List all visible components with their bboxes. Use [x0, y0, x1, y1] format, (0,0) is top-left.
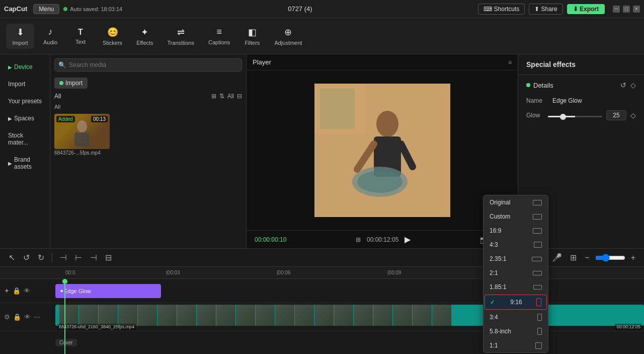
search-input[interactable]: [54, 58, 242, 72]
split-button[interactable]: ⊣: [57, 251, 69, 264]
5-8-inch-aspect-icon: [537, 328, 542, 335]
dropdown-item-1-1[interactable]: 1:1: [484, 338, 548, 352]
tool-filters[interactable]: ◧ Filters: [238, 24, 266, 49]
dropdown-item-3-4[interactable]: 3:4: [484, 310, 548, 324]
thumb-3: [99, 305, 118, 326]
lock-icon[interactable]: 🔒: [13, 287, 21, 295]
tool-adjustment[interactable]: ⊕ Adjustment: [268, 24, 308, 49]
filter-all-label[interactable]: All: [227, 93, 234, 100]
sort-icon[interactable]: ⇅: [219, 93, 224, 100]
player-menu-icon[interactable]: ≡: [508, 59, 512, 66]
lock-video-icon[interactable]: 🔒: [13, 313, 21, 321]
thumb-7: [177, 305, 196, 326]
dropdown-item-5-8-inch[interactable]: 5.8-inch: [484, 324, 548, 338]
cover-label: Cover: [55, 339, 77, 346]
tool-stickers[interactable]: 😊 Stickers: [97, 24, 128, 49]
share-button[interactable]: ⬆ Share: [529, 4, 562, 15]
thumb-8: [197, 305, 216, 326]
tool-audio[interactable]: ♪ Audio: [36, 24, 64, 48]
mic-button[interactable]: 🎤: [549, 251, 565, 264]
export-button[interactable]: ⬇ Export: [567, 4, 605, 14]
glow-value-input[interactable]: [606, 110, 626, 120]
shortcuts-button[interactable]: ⌨ Shortcuts: [478, 4, 525, 15]
filter-icon[interactable]: ⊟: [237, 93, 242, 100]
video-duration-label: 00:00:12:05: [615, 324, 642, 330]
undo-icon[interactable]: ↺: [620, 81, 626, 89]
thumb-6: [157, 305, 177, 326]
filters-icon: ◧: [248, 27, 257, 38]
delete-button[interactable]: ⊟: [103, 251, 114, 264]
tool-text[interactable]: T Text: [66, 25, 95, 48]
dropdown-item-original[interactable]: Original: [484, 195, 548, 209]
chevron-right-icon: ▶: [8, 116, 12, 121]
2-35-1-aspect-icon: [532, 257, 542, 261]
video-clip[interactable]: [55, 305, 644, 326]
sidebar-item-your-presets[interactable]: Your presets: [2, 94, 48, 109]
player-area: Player ≡: [247, 54, 518, 248]
media-thumb[interactable]: Added 00:13: [54, 114, 110, 149]
redo-button[interactable]: ↻: [35, 251, 47, 264]
zoom-in-button[interactable]: +: [628, 252, 638, 264]
minimize-button[interactable]: ─: [613, 6, 620, 13]
main-toolbar: ⬇ Import ♪ Audio T Text 😊 Stickers ✦ Eff…: [0, 18, 644, 54]
dropdown-item-custom[interactable]: Custom: [484, 209, 548, 224]
video-scene-icon: [314, 84, 450, 217]
details-icons: ↺ ◇: [620, 81, 636, 89]
sidebar-item-device[interactable]: ▶ Device: [2, 59, 48, 75]
tool-transitions[interactable]: ⇌ Transitions: [162, 24, 200, 49]
add-track-button[interactable]: ⊞: [568, 251, 579, 264]
dropdown-item-16-9[interactable]: 16:9: [484, 224, 548, 238]
eye-video-icon[interactable]: 👁: [24, 313, 31, 321]
tool-effects[interactable]: ✦ Effects: [130, 24, 159, 49]
grid-view-icon[interactable]: ⊞: [211, 93, 216, 100]
dropdown-item-2-1[interactable]: 2:1: [484, 266, 548, 280]
dropdown-item-9-16[interactable]: ✓ 9:16: [485, 295, 547, 310]
undo-button[interactable]: ↺: [21, 251, 32, 264]
svg-rect-10: [319, 89, 355, 129]
effect-clip[interactable]: ✦ Edge Glow: [55, 284, 161, 298]
zoom-out-button[interactable]: −: [582, 252, 592, 264]
window-controls: ─ □ ×: [613, 6, 640, 13]
effect-track-icon: ✦: [4, 287, 10, 295]
media-bar-left: All: [54, 93, 61, 100]
ruler-mark-0: 00:0: [65, 270, 75, 275]
glow-slider[interactable]: [548, 116, 602, 117]
thumb-14: [314, 305, 334, 326]
player-playback-buttons: ⊞ 00:00:12:05 ▶: [356, 235, 411, 244]
media-filename: 6843726-...5fps.mp4: [54, 150, 110, 156]
trim-left-button[interactable]: ⊢: [72, 251, 85, 264]
media-panel: 🔍 Import All ⊞ ⇅ All ⊟ All: [50, 54, 247, 248]
zoom-slider[interactable]: [595, 254, 625, 262]
sidebar-item-spaces[interactable]: ▶ Spaces: [2, 111, 48, 126]
details-tab: Details ↺ ◇: [526, 81, 636, 89]
import-icon: ⬇: [17, 27, 24, 38]
eye-icon[interactable]: 👁: [24, 287, 30, 295]
sidebar-item-stock[interactable]: Stock mater...: [2, 128, 48, 150]
active-dot: [59, 81, 63, 85]
tool-captions[interactable]: ≡ Captions: [202, 24, 236, 48]
glow-reset-icon[interactable]: ◇: [630, 111, 636, 119]
trim-right-button[interactable]: ⊣: [88, 251, 100, 264]
play-button[interactable]: ▶: [405, 235, 411, 244]
dropdown-item-1-85-1[interactable]: 1.85:1: [484, 280, 548, 294]
dropdown-item-2-35-1[interactable]: 2.35:1: [484, 252, 548, 266]
autosave-dot: [63, 7, 67, 11]
video-content: [314, 84, 450, 217]
1-85-1-aspect-icon: [533, 285, 542, 290]
media-tab-import[interactable]: Import: [54, 78, 88, 89]
close-button[interactable]: ×: [633, 6, 640, 13]
menu-button[interactable]: Menu: [33, 4, 59, 14]
tool-import[interactable]: ⬇ Import: [6, 24, 34, 49]
details-dot: [526, 83, 530, 87]
more-video-icon[interactable]: ⋯: [34, 313, 40, 321]
sidebar-item-brand-assets[interactable]: ▶ Brand assets: [2, 152, 48, 174]
effect-clip-icon: ✦: [59, 288, 64, 295]
grid-view-toggle[interactable]: ⊞: [356, 236, 361, 243]
maximize-button[interactable]: □: [623, 6, 630, 13]
svg-point-8: [357, 171, 403, 193]
sidebar-item-import[interactable]: Import: [2, 77, 48, 92]
select-tool-button[interactable]: ↖: [6, 251, 18, 264]
diamond-icon[interactable]: ◇: [630, 81, 636, 89]
thumb-19: [413, 305, 432, 326]
dropdown-item-4-3[interactable]: 4:3: [484, 238, 548, 252]
